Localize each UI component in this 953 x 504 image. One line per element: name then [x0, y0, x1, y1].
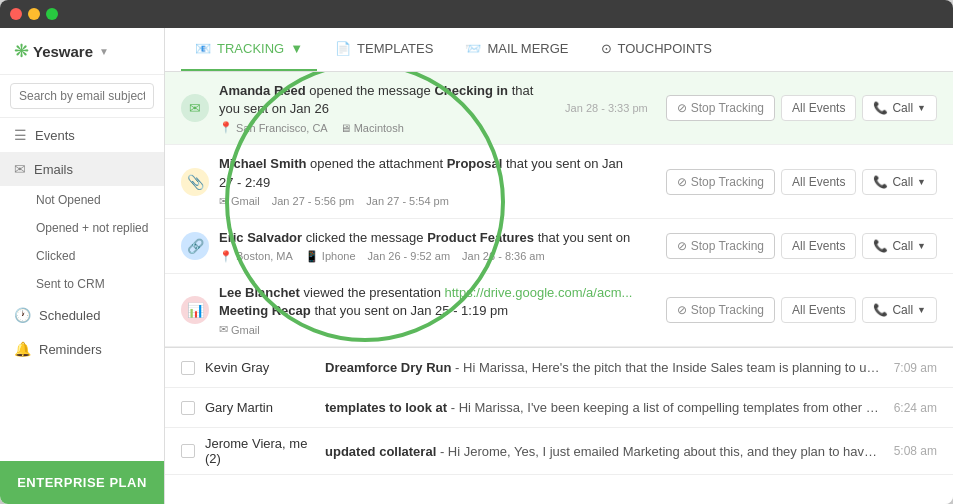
call-label: Call [892, 101, 913, 115]
event-action: opened the attachment [310, 156, 447, 171]
sent-to-crm-label: Sent to CRM [36, 277, 105, 291]
tracking-tab-label: TRACKING [217, 41, 284, 56]
event-row: 📊 Lee Blanchet viewed the presentation h… [165, 274, 953, 347]
event-action: opened the message [309, 83, 434, 98]
all-events-button[interactable]: All Events [781, 95, 856, 121]
title-bar [0, 0, 953, 28]
event-title: Amanda Reed opened the message Checking … [219, 82, 555, 118]
search-input[interactable] [10, 83, 154, 109]
close-button[interactable] [10, 8, 22, 20]
device-icon: 🖥 [340, 122, 351, 134]
event-device: 🖥 Macintosh [340, 121, 404, 134]
email-preview: - [440, 444, 448, 459]
events-label: Events [35, 128, 75, 143]
subject-text: templates to look at [325, 400, 447, 415]
sidebar-item-events[interactable]: ☰ Events [0, 118, 164, 152]
tracking-tab-caret: ▼ [290, 41, 303, 56]
event-row: ✉ Amanda Reed opened the message Checkin… [165, 72, 953, 145]
call-caret-icon: ▼ [917, 177, 926, 187]
stop-tracking-label: Stop Tracking [691, 239, 764, 253]
email-time: 7:09 am [894, 361, 937, 375]
call-button[interactable]: 📞 Call ▼ [862, 233, 937, 259]
touchpoints-tab-label: TOUCHPOINTS [618, 41, 712, 56]
event-row: 🔗 Eric Salvador clicked the message Prod… [165, 219, 953, 274]
sidebar-item-scheduled[interactable]: 🕐 Scheduled [0, 298, 164, 332]
email-time: 5:08 am [894, 444, 937, 458]
email-preview: - [455, 360, 463, 375]
event-meta: 📍 Boston, MA 📱 Iphone Jan 26 - 9:52 am J… [219, 250, 638, 263]
event-content: Michael Smith opened the attachment Prop… [219, 155, 638, 207]
sidebar-item-reminders[interactable]: 🔔 Reminders [0, 332, 164, 366]
stop-tracking-button[interactable]: ⊘ Stop Tracking [666, 233, 775, 259]
event-location: 📍 San Francisco, CA [219, 121, 328, 134]
clicked-label: Clicked [36, 249, 75, 263]
all-events-button[interactable]: All Events [781, 297, 856, 323]
email-checkbox[interactable] [181, 401, 195, 415]
call-button[interactable]: 📞 Call ▼ [862, 95, 937, 121]
email-checkbox[interactable] [181, 361, 195, 375]
maximize-button[interactable] [46, 8, 58, 20]
minimize-button[interactable] [28, 8, 40, 20]
gmail-icon: ✉ [219, 195, 228, 208]
all-events-button[interactable]: All Events [781, 169, 856, 195]
location-text: San Francisco, CA [236, 122, 328, 134]
event-meta: 📍 San Francisco, CA 🖥 Macintosh [219, 121, 555, 134]
tab-mail-merge[interactable]: 📨 MAIL MERGE [451, 28, 582, 71]
email-checkbox[interactable] [181, 444, 195, 458]
event-content: Lee Blanchet viewed the presentation htt… [219, 284, 638, 336]
enterprise-banner[interactable]: ENTERPRISE PLAN [0, 461, 164, 504]
phone-icon: 📱 [305, 250, 319, 263]
scheduled-label: Scheduled [39, 308, 100, 323]
event-person: Amanda Reed [219, 83, 306, 98]
tab-templates[interactable]: 📄 TEMPLATES [321, 28, 447, 71]
call-label: Call [892, 239, 913, 253]
email-sender: Kevin Gray [205, 360, 315, 375]
touchpoints-tab-icon: ⊙ [601, 41, 612, 56]
all-events-label: All Events [792, 303, 845, 317]
call-icon: 📞 [873, 303, 888, 317]
stop-tracking-label: Stop Tracking [691, 101, 764, 115]
tab-touchpoints[interactable]: ⊙ TOUCHPOINTS [587, 28, 726, 71]
not-opened-label: Not Opened [36, 193, 101, 207]
event-action: viewed the presentation [304, 285, 445, 300]
sidebar-item-not-opened[interactable]: Not Opened [0, 186, 164, 214]
event-icon-attach: 📎 [181, 168, 209, 196]
call-button[interactable]: 📞 Call ▼ [862, 297, 937, 323]
event-link: https://drive.google.com/a/acm... [444, 285, 632, 300]
stop-tracking-icon: ⊘ [677, 239, 687, 253]
event-person: Eric Salvador [219, 230, 302, 245]
email-row[interactable]: Kevin Gray Dreamforce Dry Run - Hi Maris… [165, 348, 953, 388]
search-box [0, 75, 164, 118]
event-sent: that you sent on [538, 230, 631, 245]
tab-tracking[interactable]: 📧 TRACKING ▼ [181, 28, 317, 71]
event-time2: Jan 27 - 5:56 pm [272, 195, 355, 208]
stop-tracking-button[interactable]: ⊘ Stop Tracking [666, 169, 775, 195]
sidebar-nav: ☰ Events ✉ Emails Not Opened Opened + no… [0, 118, 164, 461]
sidebar: ❋ Yesware ▼ ☰ Events ✉ Emails Not Opened [0, 28, 165, 504]
sidebar-item-clicked[interactable]: Clicked [0, 242, 164, 270]
email-subject: templates to look at - Hi Marissa, I've … [325, 400, 884, 415]
sidebar-item-opened-not-replied[interactable]: Opened + not replied [0, 214, 164, 242]
main-layout: ❋ Yesware ▼ ☰ Events ✉ Emails Not Opened [0, 28, 953, 504]
email-preview-text: Hi Marissa, Here's the pitch that the In… [463, 360, 884, 375]
device-text: Macintosh [354, 122, 404, 134]
event-icon-present: 📊 [181, 296, 209, 324]
event-meta: ✉ Gmail Jan 27 - 5:56 pm Jan 27 - 5:54 p… [219, 195, 638, 208]
sidebar-item-emails[interactable]: ✉ Emails [0, 152, 164, 186]
stop-tracking-button[interactable]: ⊘ Stop Tracking [666, 95, 775, 121]
call-button[interactable]: 📞 Call ▼ [862, 169, 937, 195]
sidebar-item-sent-to-crm[interactable]: Sent to CRM [0, 270, 164, 298]
all-events-button[interactable]: All Events [781, 233, 856, 259]
reminders-icon: 🔔 [14, 341, 31, 357]
event-content: Amanda Reed opened the message Checking … [219, 82, 555, 134]
scheduled-icon: 🕐 [14, 307, 31, 323]
email-time: 6:24 am [894, 401, 937, 415]
templates-tab-label: TEMPLATES [357, 41, 433, 56]
email-row[interactable]: Jerome Viera, me (2) updated collateral … [165, 428, 953, 475]
gmail-icon: ✉ [219, 323, 228, 336]
call-label: Call [892, 175, 913, 189]
stop-tracking-button[interactable]: ⊘ Stop Tracking [666, 297, 775, 323]
event-title: Lee Blanchet viewed the presentation htt… [219, 284, 638, 320]
email-row[interactable]: Gary Martin templates to look at - Hi Ma… [165, 388, 953, 428]
reminders-label: Reminders [39, 342, 102, 357]
